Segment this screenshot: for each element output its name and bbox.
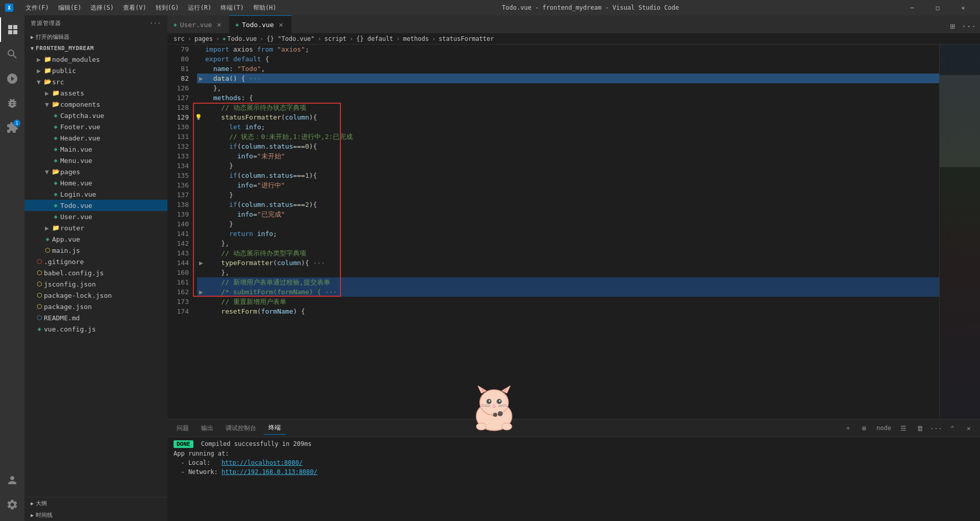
outline-section[interactable]: ▶ 大纲 [24,497,167,509]
breadcrumb-methods[interactable]: methods [403,35,429,42]
activity-git[interactable] [0,66,24,91]
sidebar-more-icon[interactable]: ··· [150,20,161,27]
tree-item-package-json[interactable]: ⬡ package.json [24,301,167,312]
tree-item-header[interactable]: ◈ Header.vue [24,132,167,144]
breadcrumb-statusformatter[interactable]: statusFormatter [438,35,494,42]
tree-item-jsconfig[interactable]: ⬡ jsconfig.json [24,278,167,290]
maximize-button[interactable]: □ [926,0,949,15]
tree-item-user[interactable]: ◈ User.vue [24,211,167,222]
tab-bar: ◈ User.vue ✕ ◈ Todo.vue ✕ ⊞ ··· [167,15,980,33]
tree-item-readme[interactable]: ⬡ README.md [24,312,167,323]
more-actions-button[interactable]: ··· [962,19,976,33]
tree-item-assets[interactable]: ▶ 📁 assets [24,87,167,99]
panel-tab-debug-console[interactable]: 调试控制台 [220,422,261,435]
breadcrumb-pages[interactable]: pages [194,35,213,42]
tree-item-vue-config[interactable]: ◈ vue.config.js [24,323,167,335]
tree-label: main.js [52,247,167,254]
panel-tab-terminal[interactable]: 终端 [263,421,286,435]
menu-edit[interactable]: 编辑(E) [54,3,86,13]
tree-item-src[interactable]: ▼ 📂 src [24,76,167,87]
breadcrumb-todo[interactable]: ◈ Todo.vue [223,35,257,42]
tree-item-public[interactable]: ▶ 📁 public [24,65,167,76]
network-url[interactable]: http://192.168.0.113:8080/ [222,468,317,476]
extensions-badge: 1 [13,120,20,127]
tree-item-package-lock[interactable]: ⬡ package-lock.json [24,290,167,301]
tree-item-node-modules[interactable]: ▶ 📁 node_modules [24,54,167,65]
activity-settings[interactable] [0,492,24,517]
activity-extensions[interactable]: 1 [0,115,24,140]
tree-label: Footer.vue [60,123,167,131]
activity-debug[interactable] [0,91,24,115]
tree-item-main-vue[interactable]: ◈ Main.vue [24,144,167,155]
open-editors-label: 打开的编辑器 [36,33,69,41]
fold-marker [197,306,205,316]
breadcrumb-script[interactable]: {} "Todo.vue" [266,35,314,42]
svg-point-16 [502,423,512,430]
delete-terminal-button[interactable]: 🗑 [913,421,927,435]
lightbulb-icon[interactable]: 💡 [195,112,202,122]
tree-item-footer[interactable]: ◈ Footer.vue [24,121,167,132]
panel-more-button[interactable]: ··· [929,421,943,435]
fold-icon[interactable]: ▶ [197,287,205,297]
new-terminal-button[interactable]: ＋ [841,421,855,435]
tree-item-home[interactable]: ◈ Home.vue [24,177,167,188]
fold-icon[interactable]: ▶ [197,74,205,83]
local-url[interactable]: http://localhost:8080/ [222,459,303,466]
tree-item-babel[interactable]: ⬡ babel.config.js [24,267,167,278]
panel-tab-problems[interactable]: 问题 [172,422,194,435]
editor-area: ◈ User.vue ✕ ◈ Todo.vue ✕ ⊞ ··· src › pa… [167,15,980,521]
breadcrumb-script2[interactable]: script [325,35,347,42]
close-button[interactable]: ✕ [951,0,975,15]
menu-file[interactable]: 文件(F) [21,3,53,13]
line-num: 129 [167,112,189,122]
line-num: 137 [167,190,189,200]
line-num: 174 [167,306,189,316]
minimize-button[interactable]: ─ [900,0,924,15]
tab-close-icon[interactable]: ✕ [277,20,285,29]
panel-close-button[interactable]: ✕ [962,421,976,435]
split-terminal-button[interactable]: ⊞ [857,421,871,435]
tree-item-login[interactable]: ◈ Login.vue [24,188,167,200]
menu-goto[interactable]: 转到(G) [152,3,183,13]
tree-item-components[interactable]: ▼ 📂 components [24,99,167,110]
tree-item-main-js[interactable]: ⬡ main.js [24,245,167,256]
panel-content[interactable]: DONE Compiled successfully in 209ms App … [167,437,980,521]
activity-account[interactable] [0,468,24,492]
fold-icon[interactable]: ▶ [197,258,205,268]
panel-maximize-button[interactable]: ⌃ [945,421,960,435]
tree-label: public [52,67,167,75]
tab-user-vue[interactable]: ◈ User.vue ✕ [167,15,229,33]
code-content[interactable]: import axios from "axios"; export defaul… [193,44,939,419]
breadcrumb-src[interactable]: src [174,35,185,42]
line-num: 80 [167,54,189,64]
tree-item-menu[interactable]: ◈ Menu.vue [24,155,167,166]
menu-select[interactable]: 选择(S) [86,3,118,13]
tree-item-pages[interactable]: ▼ 📂 pages [24,166,167,177]
tree-item-app-vue[interactable]: ◈ App.vue [24,233,167,245]
menu-help[interactable]: 帮助(H) [249,3,281,13]
tree-item-captcha[interactable]: ◈ Captcha.vue [24,110,167,121]
breadcrumb-default[interactable]: {} default [356,35,393,42]
menu-terminal[interactable]: 终端(T) [216,3,248,13]
menu-view[interactable]: 查看(V) [119,3,151,13]
activity-search[interactable] [0,42,24,66]
tab-todo-vue[interactable]: ◈ Todo.vue ✕ [229,15,291,33]
open-editors-section[interactable]: ▶ 打开的编辑器 [24,31,167,43]
line-num: 133 [167,151,189,161]
root-folder-section[interactable]: ▼ FRONTEND_MYDREAM [24,43,167,54]
tree-item-router[interactable]: ▶ 📁 router [24,222,167,233]
chevron-right-icon: ▶ [43,89,51,97]
tree-item-todo[interactable]: ◈ Todo.vue [24,200,167,211]
menu-run[interactable]: 运行(R) [184,3,215,13]
tree-item-gitignore[interactable]: ⬡ .gitignore [24,256,167,267]
timeline-section[interactable]: ▶ 时间线 [24,509,167,521]
svg-point-19 [498,411,503,416]
panel-tab-output[interactable]: 输出 [196,422,218,435]
breadcrumb-sep: › [396,35,400,42]
split-editor-button[interactable]: ⊞ [945,19,960,33]
minimap-slider[interactable] [940,75,980,167]
tab-close-icon[interactable]: ✕ [215,20,223,29]
panel-layout-button[interactable]: ☰ [896,421,911,435]
activity-explorer[interactable] [0,17,24,42]
fold-marker [197,248,205,258]
